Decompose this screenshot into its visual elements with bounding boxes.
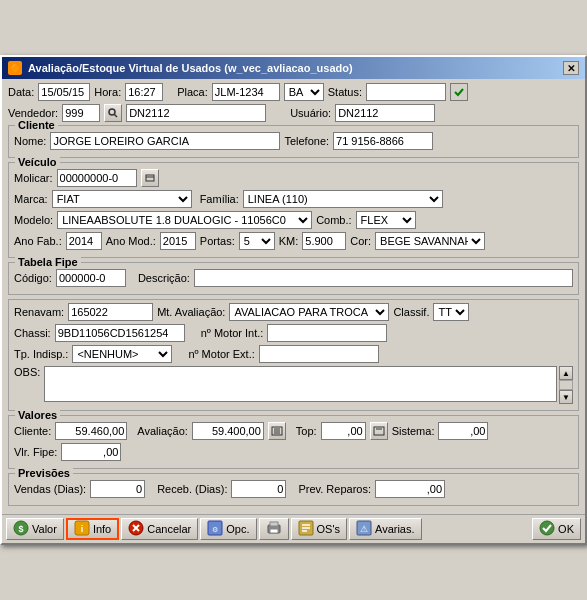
info-button[interactable]: i Info [66,518,119,540]
nr-motor-ext-input[interactable] [259,345,379,363]
top-input[interactable]: ,00 [321,422,366,440]
svg-rect-21 [270,529,278,533]
content-area: Data: 15/05/15 Hora: 16:27 Placa: JLM-12… [2,79,585,514]
familia-label: Família: [200,193,239,205]
tabela-fipe-label: Tabela Fipe [15,256,81,268]
classif-select[interactable]: TT [433,303,469,321]
info-veiculo-section: Renavam: 165022 Mt. Avaliação: AVALIACAO… [8,299,579,411]
window-title: Avaliação/Estoque Virtual de Usados (w_v… [28,62,353,74]
marca-select[interactable]: FIAT [52,190,192,208]
avaliacao-val-input[interactable]: 59.400,00 [192,422,264,440]
avarias-button[interactable]: ⚠ Avarias. [349,518,422,540]
chassi-input[interactable]: 9BD11056CD1561254 [55,324,185,342]
veiculo-section-label: Veículo [15,156,60,168]
os-button[interactable]: OS's [291,518,348,540]
chassi-row: Chassi: 9BD11056CD1561254 nº Motor Int.: [14,324,573,342]
ano-fab-input[interactable]: 2014 [66,232,102,250]
info-icon: i [74,520,90,538]
fipe-codigo-input[interactable]: 000000-0 [56,269,126,287]
tp-indisp-select[interactable]: <NENHUM> SINISTRO [72,345,172,363]
fipe-descricao-input[interactable] [194,269,573,287]
ano-mod-input[interactable]: 2015 [160,232,196,250]
km-label: KM: [279,235,299,247]
svg-point-28 [540,521,554,535]
ok-button[interactable]: OK [532,518,581,540]
tp-indisp-row: Tp. Indisp.: <NENHUM> SINISTRO nº Motor … [14,345,573,363]
nome-label: Nome: [14,135,46,147]
vendedor-name-input[interactable]: DN2112 [126,104,266,122]
obs-textarea[interactable] [44,366,557,402]
hora-label: Hora: [94,86,121,98]
opc-button[interactable]: ⚙ Opc. [200,518,256,540]
valor-button[interactable]: $ Valor [6,518,64,540]
status-input[interactable] [366,83,446,101]
renavam-row: Renavam: 165022 Mt. Avaliação: AVALIACAO… [14,303,573,321]
valor-label: Valor [32,523,57,535]
valor-icon: $ [13,520,29,538]
receb-input[interactable]: 0 [231,480,286,498]
obs-label: OBS: [14,366,40,378]
estado-select[interactable]: BASPRJ [284,83,324,101]
usuario-input[interactable]: DN2112 [335,104,435,122]
print-icon [266,520,282,538]
modelo-select[interactable]: LINEAABSOLUTE 1.8 DUALOGIC - 11056C0 [57,211,312,229]
marca-label: Marca: [14,193,48,205]
status-label: Status: [328,86,362,98]
usuario-label: Usuário: [290,107,331,119]
top-btn[interactable] [370,422,388,440]
placa-label: Placa: [177,86,208,98]
comb-select[interactable]: FLEX [356,211,416,229]
placa-input[interactable]: JLM-1234 [212,83,280,101]
nr-motor-int-input[interactable] [267,324,387,342]
cancelar-button[interactable]: Cancelar [121,518,198,540]
scroll-up-btn[interactable]: ▲ [559,366,573,380]
vendas-input[interactable]: 0 [90,480,145,498]
svg-point-0 [109,109,115,115]
familia-select[interactable]: LINEA (110) [243,190,443,208]
app-icon: 🔶 [8,61,22,75]
mt-avaliacao-select[interactable]: AVALIACAO PARA TROCA AVALIACAO SIMPLES [229,303,389,321]
km-input[interactable]: 5.900 [302,232,346,250]
hora-input[interactable]: 16:27 [125,83,163,101]
scroll-down-btn[interactable]: ▼ [559,390,573,404]
sistema-label: Sistema: [392,425,435,437]
valores-row1: Cliente: 59.460,00 Avaliação: 59.400,00 … [14,422,573,440]
portas-select[interactable]: 5234 [239,232,275,250]
classif-label: Classif. [393,306,429,318]
tp-indisp-label: Tp. Indisp.: [14,348,68,360]
svg-text:i: i [81,524,84,534]
molicar-row: Molicar: 00000000-0 [14,169,573,187]
molicar-btn[interactable] [141,169,159,187]
renavam-input[interactable]: 165022 [68,303,153,321]
close-button[interactable]: ✕ [563,61,579,75]
sistema-input[interactable]: ,00 [438,422,488,440]
cancelar-label: Cancelar [147,523,191,535]
avaliacao-btn[interactable] [268,422,286,440]
telefone-input[interactable]: 71 9156-8866 [333,132,433,150]
vendedor-search-btn[interactable] [104,104,122,122]
data-label: Data: [8,86,34,98]
avarias-icon: ⚠ [356,520,372,538]
vendedor-code-input[interactable]: 999 [62,104,100,122]
nome-input[interactable]: JORGE LOREIRO GARCIA [50,132,280,150]
molicar-input[interactable]: 00000000-0 [57,169,137,187]
vendas-label: Vendas (Dias): [14,483,86,495]
marca-row: Marca: FIAT Família: LINEA (110) [14,190,573,208]
cliente-row: Nome: JORGE LOREIRO GARCIA Telefone: 71 … [14,132,573,150]
title-bar: 🔶 Avaliação/Estoque Virtual de Usados (w… [2,57,585,79]
cliente-val-input[interactable]: 59.460,00 [55,422,127,440]
vendedor-label: Vendedor: [8,107,58,119]
svg-text:$: $ [18,524,23,534]
nr-motor-ext-label: nº Motor Ext.: [188,348,254,360]
os-label: OS's [317,523,341,535]
top-label: Top: [296,425,317,437]
cor-select[interactable]: BEGE SAVANNAH [375,232,485,250]
print-button[interactable] [259,518,289,540]
prev-reparos-input[interactable]: ,00 [375,480,445,498]
ano-fab-label: Ano Fab.: [14,235,62,247]
main-window: 🔶 Avaliação/Estoque Virtual de Usados (w… [0,55,587,545]
modelo-label: Modelo: [14,214,53,226]
vlr-fipe-input[interactable]: ,00 [61,443,121,461]
svg-text:⚙: ⚙ [212,526,218,533]
data-input[interactable]: 15/05/15 [38,83,90,101]
